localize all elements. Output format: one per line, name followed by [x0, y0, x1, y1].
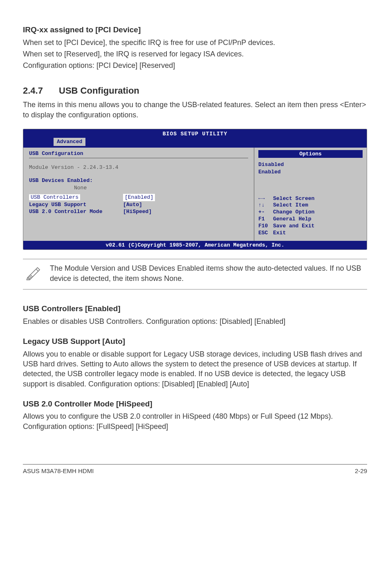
bios-option: Enabled	[258, 168, 363, 176]
key-text: Select Screen	[273, 195, 314, 202]
heading-legacy: Legacy USB Support [Auto]	[23, 336, 367, 347]
heading-ctrl: USB Controllers [Enabled]	[23, 303, 367, 314]
heading-usb-config: 2.4.7USB Configuration	[23, 85, 367, 97]
bios-help-keys: ←→Select Screen ↑↓Select Item +-Change O…	[258, 195, 363, 237]
bios-right-pane: Options Disabled Enabled ←→Select Screen…	[254, 148, 367, 241]
bios-footer: v02.61 (C)Copyright 1985-2007, American …	[23, 241, 367, 250]
bios-row-sel-label: USB Controllers	[29, 194, 80, 200]
bios-row-label: USB 2.0 Controller Mode	[29, 208, 123, 215]
heading-title: USB Configuration	[59, 85, 139, 96]
text-irq-2: When set to [Reserved], the IRQ is reser…	[23, 49, 367, 59]
key-text: Save and Exit	[273, 223, 314, 229]
bios-screenshot: BIOS SETUP UTILITY Advanced USB Configur…	[23, 129, 367, 250]
text-legacy: Allows you to enable or disable support …	[23, 349, 367, 389]
key-text: Change Option	[273, 209, 314, 215]
bios-tab-row: Advanced	[23, 138, 367, 148]
footer-left: ASUS M3A78-EMH HDMI	[23, 467, 94, 475]
svg-line-1	[29, 276, 31, 278]
page-footer: ASUS M3A78-EMH HDMI 2-29	[23, 464, 367, 475]
heading-mode: USB 2.0 Controller Mode [HiSpeed]	[23, 399, 367, 409]
pencil-note-icon	[25, 263, 43, 283]
bios-section-header: USB Configuration	[29, 150, 248, 159]
bios-devices-header: USB Devices Enabled:	[29, 177, 248, 184]
heading-number: 2.4.7	[23, 85, 59, 97]
note-band: The Module Version and USB Devices Enabl…	[23, 259, 367, 290]
bios-row-sel-value: [Enabled]	[123, 194, 155, 201]
text-usbcfg-intro: The items in this menu allows you to cha…	[23, 100, 367, 120]
key-icon: +-	[258, 209, 273, 216]
key-text: Select Item	[273, 202, 308, 208]
bios-row-value: [HiSpeed]	[123, 208, 152, 215]
note-text: The Module Version and USB Devices Enabl…	[50, 263, 365, 283]
svg-line-2	[30, 275, 32, 277]
text-mode: Allows you to configure the USB 2.0 cont…	[23, 411, 367, 431]
bios-module-line: Module Version - 2.24.3-13.4	[29, 164, 248, 171]
key-icon: ↑↓	[258, 202, 273, 209]
key-icon: F1	[258, 216, 273, 223]
bios-title: BIOS SETUP UTILITY	[23, 129, 367, 138]
key-icon: F10	[258, 223, 273, 230]
bios-left-pane: USB Configuration Module Version - 2.24.…	[23, 148, 254, 241]
key-icon: ←→	[258, 195, 273, 202]
bios-devices-value: None	[29, 184, 248, 192]
key-text: Exit	[273, 230, 286, 236]
text-irq-1: When set to [PCI Device], the specific I…	[23, 38, 367, 47]
text-irq-3: Configuration options: [PCI Device] [Res…	[23, 61, 367, 70]
bios-options-title: Options	[258, 150, 363, 158]
bios-row-value: [Auto]	[123, 201, 142, 209]
footer-right: 2-29	[355, 467, 367, 475]
key-text: General Help	[273, 216, 312, 222]
heading-irq: IRQ-xx assigned to [PCI Device]	[23, 25, 367, 35]
bios-row-label: Legacy USB Support	[29, 201, 123, 209]
bios-option: Disabled	[258, 161, 363, 168]
bios-tab-advanced: Advanced	[54, 138, 85, 146]
text-ctrl: Enables or disables USB Controllers. Con…	[23, 316, 367, 326]
key-icon: ESC	[258, 230, 273, 237]
